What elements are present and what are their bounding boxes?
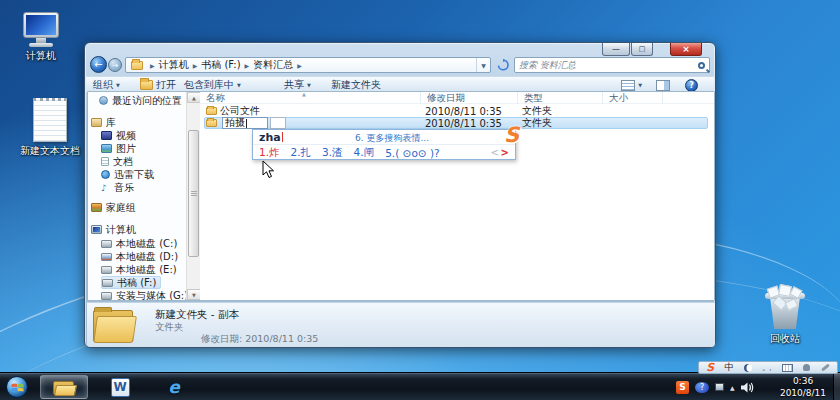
details-pane: 新建文件夹 - 副本 文件夹 修改日期: 2010/8/11 0:35 [87,302,715,347]
taskbar: W e S ? ▲ 0:36 2010/8/11 [0,372,840,400]
sidebar-item-videos[interactable]: 视频 [101,129,136,142]
desktop-icon-recycle-bin[interactable]: 回收站 [752,290,818,346]
details-file-type: 文件夹 [155,321,184,334]
sidebar-label: 本地磁盘 (C:) [116,237,177,251]
column-headers: 名称▲ 修改日期 类型 大小 [200,92,714,104]
sidebar-scrollbar[interactable]: ▲ ▼ [186,92,200,300]
column-header-name[interactable]: 名称▲ [200,92,421,104]
taskbar-button-word[interactable]: W [96,375,144,399]
column-header-type[interactable]: 类型 [518,92,603,104]
navigation-pane: 最近访问的位置 库 视频 图片 文档 迅雷下载 ♪音乐 家庭组 计算机 本地磁盘… [88,92,186,300]
ime-candidate-5[interactable]: 5.( ⊙o⊙ )? [385,147,439,159]
back-button[interactable]: ← [90,56,107,73]
volume-icon[interactable] [741,382,754,393]
ime-inline-composition-box [270,117,286,129]
show-desktop-button[interactable] [833,373,840,400]
ime-more-emoticons-link[interactable]: 6. 更多搜狗表情... [355,132,429,145]
ime-composition-row: zha 6. 更多搜狗表情... [253,130,515,145]
ime-candidate-2[interactable]: 2.扎 [291,146,312,160]
sidebar-item-drive-e[interactable]: 本地磁盘 (E:) [101,263,177,276]
help-icon: ? [685,79,698,92]
forward-button[interactable]: → [108,58,122,72]
sidebar-item-thunder-downloads[interactable]: 迅雷下载 [101,168,154,181]
start-button[interactable] [6,376,28,398]
rename-input[interactable]: 拍摄 [222,117,268,129]
large-folder-icon [91,306,135,344]
views-icon [621,80,635,91]
ime-page-next-button[interactable]: > [501,147,509,158]
scroll-down-icon: ▼ [192,292,196,298]
search-icon[interactable] [698,62,705,69]
taskbar-button-explorer[interactable] [40,375,88,399]
address-bar[interactable]: ▶ 计算机 ▶ 书稿 (F:) ▶ 资料汇总 ▶ ▼ [125,57,491,73]
refresh-button[interactable] [495,57,510,73]
breadcrumb-separator-icon: ▶ [193,62,198,69]
network-tray-icon[interactable] [715,383,724,391]
sidebar-item-computer[interactable]: 计算机 [91,223,136,236]
help-glyph: ? [689,81,694,90]
scrollbar-thumb[interactable] [188,130,199,257]
chinese-mode-icon[interactable]: 中 [725,361,734,374]
sidebar-label: 书稿 (F:) [117,276,156,290]
desktop-icon-new-text-document[interactable]: 新建文本文档 [10,98,90,158]
sidebar-item-homegroup[interactable]: 家庭组 [91,201,136,214]
soft-keyboard-icon[interactable] [782,364,793,372]
file-row-rename-in-progress[interactable]: 拍摄 2010/8/11 0:35 文件夹 [200,117,714,129]
sort-ascending-icon: ▲ [302,91,306,97]
libraries-icon [91,118,102,127]
breadcrumb-folder[interactable]: 资料汇总 [253,58,293,72]
taskbar-button-internet-explorer[interactable]: e [150,375,198,399]
sidebar-item-drive-g[interactable]: 安装与媒体 (G:) [101,289,188,301]
ime-page-prev-button[interactable]: < [491,147,499,158]
desktop-icon-computer[interactable]: 计算机 [10,12,72,63]
close-icon: × [682,44,690,54]
sogou-ime-icon[interactable]: S [706,361,714,374]
ime-candidate-3[interactable]: 3.渣 [322,146,343,160]
rename-value: 拍摄 [225,116,245,130]
sogou-tray-icon[interactable]: S [676,381,689,394]
punctuation-mode-icon[interactable]: 。, [762,363,771,373]
recycle-bin-icon [764,290,806,330]
antivirus-tray-icon[interactable]: ? [695,382,709,393]
sidebar-label: 最近访问的位置 [112,94,182,108]
hidden-icons-button[interactable]: ▲ [730,384,735,391]
fullwidth-mode-icon[interactable] [744,364,752,372]
sidebar-item-drive-c[interactable]: 本地磁盘 (C:) [101,237,177,250]
breadcrumb-computer[interactable]: 计算机 [159,58,189,72]
search-input[interactable]: 搜索 资料汇总 [514,57,710,73]
drive-icon [101,292,112,300]
sogou-glyph: S [679,382,685,392]
clock-time: 0:36 [772,375,834,387]
sidebar-item-libraries[interactable]: 库 [91,116,116,129]
scroll-down-button[interactable]: ▼ [187,289,201,300]
desktop: 计算机 新建文本文档 回收站 — □ × ← → ▶ 计算机 ▶ 书稿 (F:)… [0,0,840,400]
breadcrumb-separator-icon: ▶ [297,62,302,69]
scroll-up-button[interactable]: ▲ [187,92,201,103]
taskbar-clock[interactable]: 0:36 2010/8/11 [772,375,834,399]
sidebar-item-drive-d[interactable]: 本地磁盘 (D:) [101,250,178,263]
file-row-company-files[interactable]: 公司文件 2010/8/11 0:35 文件夹 [200,105,714,117]
computer-icon [10,12,72,47]
address-history-dropdown[interactable]: ▼ [476,58,490,72]
sidebar-label: 本地磁盘 (D:) [116,250,178,264]
sidebar-item-drive-f[interactable]: 书稿 (F:) [101,276,161,289]
account-icon[interactable] [803,364,810,371]
column-header-modified[interactable]: 修改日期 [421,92,518,104]
desktop-icon-label: 回收站 [752,332,818,346]
sidebar-label: 安装与媒体 (G:) [116,289,188,302]
folder-icon [131,61,143,70]
explorer-folder-icon [52,378,76,396]
homegroup-icon [91,203,102,212]
sidebar-item-pictures[interactable]: 图片 [101,142,136,155]
column-label: 类型 [524,92,543,105]
drive-icon [101,266,112,274]
settings-wrench-icon[interactable] [821,363,830,371]
sidebar-item-recent-places[interactable]: 最近访问的位置 [99,94,182,107]
sidebar-item-music[interactable]: ♪音乐 [101,181,134,194]
sidebar-item-documents[interactable]: 文档 [101,155,133,168]
ime-candidate-1[interactable]: 1.炸 [259,146,280,160]
column-header-size[interactable]: 大小 [603,92,663,104]
breadcrumb-drive[interactable]: 书稿 (F:) [201,58,240,72]
breadcrumb-separator-icon: ▶ [245,62,250,69]
ime-candidate-4[interactable]: 4.闸 [354,146,375,160]
